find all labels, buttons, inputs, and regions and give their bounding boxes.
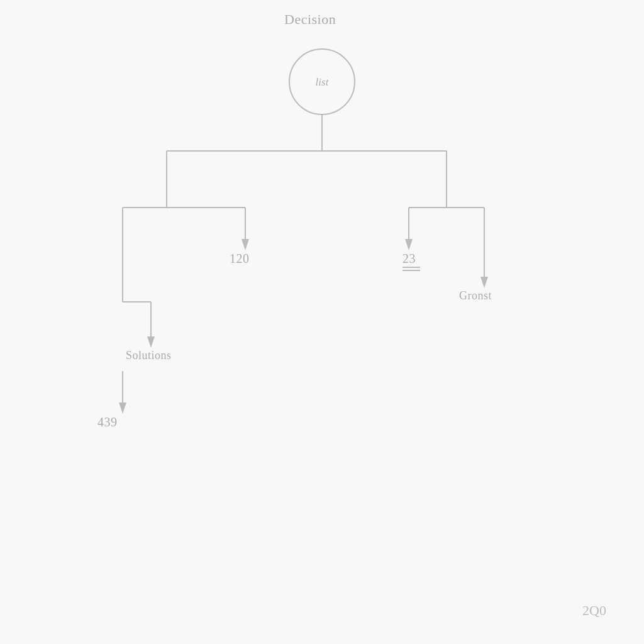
svg-marker-11 <box>405 239 413 250</box>
diagram-canvas: list Decision <box>0 0 644 644</box>
svg-marker-7 <box>242 239 249 250</box>
node-23-label: 23 <box>402 252 416 266</box>
watermark: 2Q0 <box>582 602 606 619</box>
node-439-label: 439 <box>97 415 118 430</box>
diagram-svg: list <box>0 0 644 644</box>
underline-23-2 <box>402 270 420 271</box>
node-120-label: 120 <box>230 252 250 266</box>
node-gronst-label: Gronst <box>459 289 492 303</box>
svg-text:list: list <box>316 76 330 88</box>
underline-23 <box>402 267 420 268</box>
svg-marker-19 <box>119 402 126 414</box>
diagram-title: Decision <box>284 11 336 28</box>
svg-marker-17 <box>147 336 155 348</box>
svg-marker-13 <box>480 277 488 288</box>
node-solutions-label: Solutions <box>126 349 172 362</box>
